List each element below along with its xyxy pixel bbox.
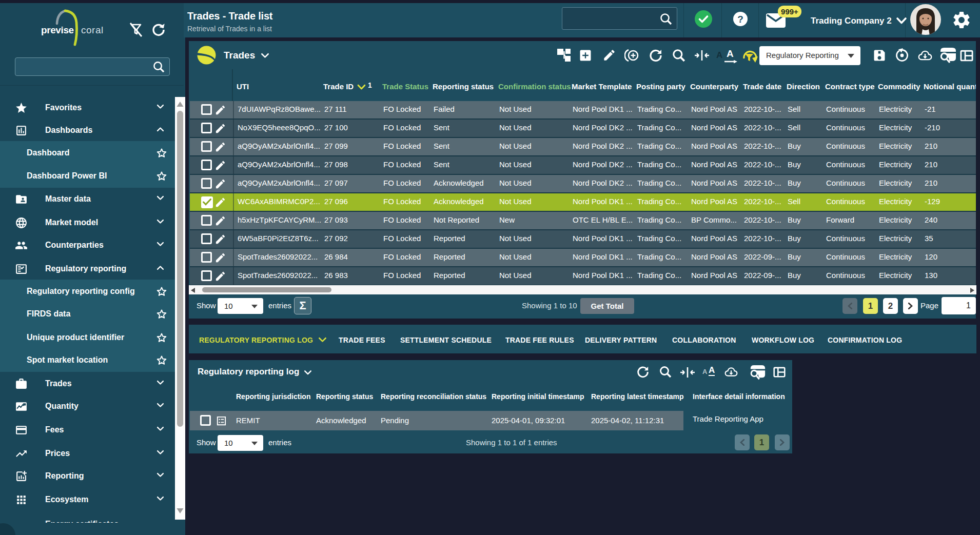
svg-text:?: ? [737, 14, 743, 25]
